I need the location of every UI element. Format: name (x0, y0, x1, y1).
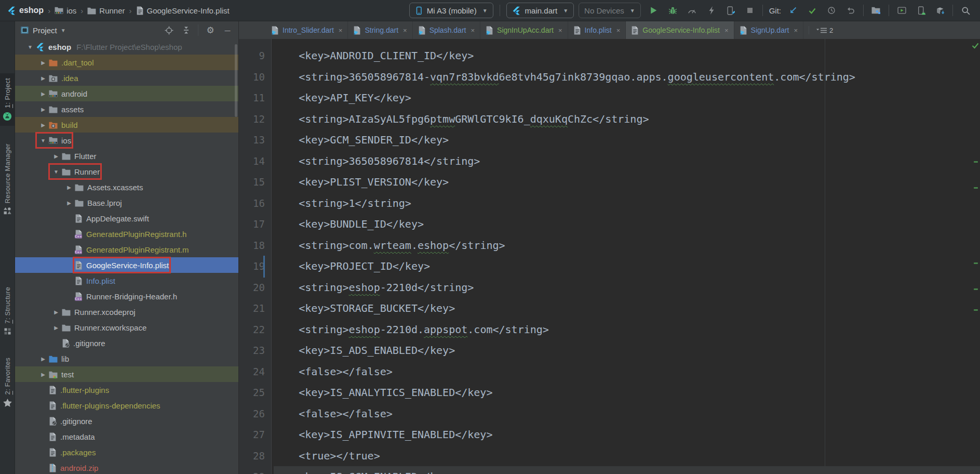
project-structure-button[interactable] (868, 3, 884, 18)
error-stripe[interactable] (972, 39, 980, 474)
code-line-11[interactable]: <key>API_KEY</key> (274, 87, 980, 109)
breadcrumb-item-eshop[interactable]: eshop (7, 6, 44, 15)
typo-stripe-mark[interactable] (974, 161, 978, 163)
tool-tab-2-favorites[interactable]: 2: Favorites (0, 353, 15, 412)
sdk-manager-button[interactable] (932, 3, 948, 18)
code-line-28[interactable]: <true></true> (274, 445, 980, 467)
run-button[interactable] (646, 3, 662, 18)
tab-string-dart[interactable]: String.dart × (348, 21, 412, 39)
git-update-button[interactable] (785, 3, 801, 18)
chevron-collapsed-icon[interactable]: ▶ (50, 153, 62, 159)
tree-item--dart-tool[interactable]: ▶.dart_tool (15, 55, 238, 70)
close-icon[interactable]: × (339, 27, 343, 34)
apply-changes-button[interactable] (703, 3, 720, 18)
code-line-25[interactable]: <key>IS_ANALYTICS_ENABLED</key> (274, 382, 980, 403)
typo-stripe-mark[interactable] (974, 262, 978, 264)
tree-item-eshop[interactable]: ▼eshopF:\Flutter Project\eShop\eshop (15, 39, 238, 55)
run-config-selector[interactable]: main.dart ▼ (506, 3, 574, 18)
tab-signup-dart[interactable]: SignUp.dart × (734, 21, 804, 39)
tree-item-flutter[interactable]: ▶Flutter (15, 148, 238, 164)
tool-tab-1-project[interactable]: 1: Project (0, 73, 15, 126)
code-line-24[interactable]: <false></false> (274, 361, 980, 383)
chevron-expanded-icon[interactable]: ▼ (37, 138, 49, 143)
chevron-collapsed-icon[interactable]: ▶ (63, 200, 75, 206)
chevron-collapsed-icon[interactable]: ▶ (50, 325, 62, 331)
code-line-19[interactable]: <key>PROJECT_ID</key> (274, 256, 980, 277)
tab-intro-slider-dart[interactable]: Intro_Slider.dart × (266, 21, 348, 39)
tree-item--metadata[interactable]: .metadata (15, 429, 238, 444)
code-line-15[interactable]: <key>PLIST_VERSION</key> (274, 172, 980, 193)
profile-button[interactable] (684, 3, 701, 18)
hidden-tabs-dropdown[interactable]: 2 (816, 27, 833, 34)
inspections-ok-icon[interactable] (972, 43, 979, 49)
tree-item--flutter-plugins-dependencies[interactable]: .flutter-plugins-dependencies (15, 398, 238, 413)
tree-item-test[interactable]: ▶test (15, 366, 238, 382)
code-line-16[interactable]: <string>1</string> (274, 193, 980, 214)
git-commit-button[interactable] (804, 3, 821, 18)
chevron-collapsed-icon[interactable]: ▶ (37, 122, 49, 128)
tree-item--gitignore[interactable]: .gitignore (15, 335, 238, 351)
git-history-button[interactable] (823, 3, 840, 18)
tree-item-info-plist[interactable]: Info.plist (15, 273, 238, 288)
tree-item-generatedpluginregistrant-h[interactable]: C++GeneratedPluginRegistrant.h (15, 226, 238, 242)
tab-splash-dart[interactable]: Splash.dart × (413, 21, 480, 39)
close-icon[interactable]: × (794, 27, 798, 34)
code-line-9[interactable]: <key>ANDROID_CLIENT_ID</key> (274, 45, 980, 67)
code-line-22[interactable]: <string>eshop-2210d.appspot.com</string> (274, 319, 980, 340)
tab-signinupacc-dart[interactable]: SignInUpAcc.dart × (480, 21, 568, 39)
gear-icon[interactable]: ⚙ (204, 24, 217, 36)
device-manager-button[interactable] (912, 3, 929, 18)
close-icon[interactable]: × (403, 27, 407, 34)
chevron-collapsed-icon[interactable]: ▶ (37, 372, 49, 377)
close-icon[interactable]: × (558, 27, 562, 34)
code-line-23[interactable]: <key>IS_ADS_ENABLED</key> (274, 340, 980, 361)
tree-item--packages[interactable]: .packages (15, 444, 238, 460)
chevron-collapsed-icon[interactable]: ▶ (37, 356, 49, 362)
tree-item-runner-bridging-header-h[interactable]: C++Runner-Bridging-Header.h (15, 288, 238, 304)
tree-item-android-zip[interactable]: android.zip (15, 460, 238, 474)
code-line-10[interactable]: <string>365058967814-vqn7r83bvkd6e8tvh45… (274, 67, 980, 88)
chevron-collapsed-icon[interactable]: ▶ (37, 60, 49, 65)
code-line-20[interactable]: <string>eshop-2210d</string> (274, 277, 980, 298)
breadcrumb-item-ios[interactable]: ios (55, 6, 76, 15)
locate-file-button[interactable] (162, 24, 176, 36)
close-icon[interactable]: × (471, 27, 475, 34)
tree-item--idea[interactable]: ▶.idea (15, 70, 238, 86)
breadcrumb-item-Runner[interactable]: Runner (87, 6, 125, 15)
typo-stripe-mark[interactable] (974, 187, 978, 189)
code-line-14[interactable]: <string>365058967814</string> (274, 151, 980, 172)
tree-scrollbar[interactable] (235, 44, 237, 117)
code-line-29[interactable]: <key>IS_GCM_ENABLED</key> (274, 466, 980, 474)
tree-item-generatedpluginregistrant-m[interactable]: C++GeneratedPluginRegistrant.m (15, 242, 238, 257)
tree-item-lib[interactable]: ▶lib (15, 351, 238, 366)
close-icon[interactable]: × (616, 27, 621, 34)
tree-item-assets[interactable]: ▶assets (15, 101, 238, 117)
chevron-collapsed-icon[interactable]: ▶ (63, 185, 75, 190)
tree-item-runner-xcodeproj[interactable]: ▶Runner.xcodeproj (15, 304, 238, 320)
chevron-expanded-icon[interactable]: ▼ (50, 169, 62, 175)
chevron-collapsed-icon[interactable]: ▶ (37, 107, 49, 112)
tree-item--gitignore[interactable]: .gitignore (15, 413, 238, 429)
tree-item-appdelegate-swift[interactable]: AppDelegate.swift (15, 210, 238, 226)
device-selector[interactable]: Mi A3 (mobile) ▼ (409, 3, 493, 18)
chevron-collapsed-icon[interactable]: ▶ (50, 309, 62, 315)
tree-item-googleservice-info-plist[interactable]: GoogleService-Info.plist (15, 257, 238, 273)
target-device-selector[interactable]: No Devices ▼ (579, 3, 641, 18)
code-line-18[interactable]: <string>com.wrteam.eshop</string> (274, 235, 980, 256)
tree-item-runner-xcworkspace[interactable]: ▶Runner.xcworkspace (15, 320, 238, 335)
tree-item-android[interactable]: ▶android (15, 86, 238, 101)
tree-item-assets-xcassets[interactable]: ▶Assets.xcassets (15, 179, 238, 195)
hide-panel-button[interactable]: ─ (221, 24, 234, 36)
breadcrumb-item-GoogleService-Info.plist[interactable]: GoogleService-Info.plist (136, 6, 230, 15)
chevron-collapsed-icon[interactable]: ▶ (37, 91, 49, 97)
tab-googleservice-info-plist[interactable]: GoogleService-Info.plist × (626, 21, 734, 39)
code-line-27[interactable]: <key>IS_APPINVITE_ENABLED</key> (274, 424, 980, 445)
attach-debugger-button[interactable] (722, 3, 739, 18)
chevron-collapsed-icon[interactable]: ▶ (37, 75, 49, 81)
code-line-17[interactable]: <key>BUNDLE_ID</key> (274, 214, 980, 235)
code-line-12[interactable]: <string>AIzaSyAL5fpg6ptmwGRWlGTC9kI6_dqx… (274, 109, 980, 130)
stop-button[interactable] (742, 3, 758, 18)
tool-tab-resource-manager[interactable]: Resource Manager (0, 139, 15, 220)
tree-item-runner[interactable]: ▼Runner (15, 164, 238, 179)
typo-stripe-mark[interactable] (974, 309, 978, 311)
